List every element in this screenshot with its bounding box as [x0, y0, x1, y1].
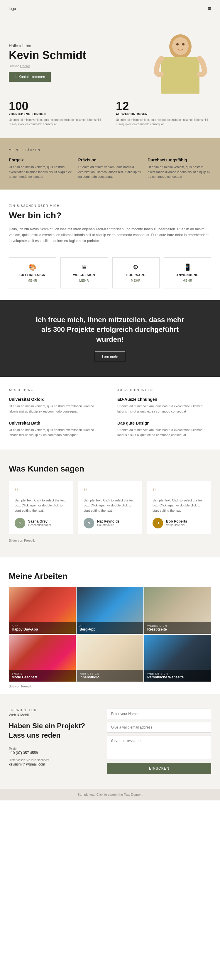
portfolio-overlay-5: WEB·DE·SIGN Persönliche Webseite: [144, 670, 211, 682]
testimonials-credit: Bilder von Freepik: [9, 539, 211, 542]
contact-submit-button[interactable]: EINSCKEN: [107, 763, 211, 774]
portfolio-category-3: SHOPS: [12, 672, 73, 675]
stat-item-1: 12 AUSZEICHNUNGEN Ut enim ad minim venia…: [116, 99, 211, 126]
author-name-0: Sasha Grey: [28, 519, 51, 523]
contact-email-value: kevinsmith@gmail.com: [9, 762, 95, 767]
contact-email-label: Hinterlassen Sie Ihre Nachricht: [9, 759, 95, 762]
footer: Sample text. Click to search the Text El…: [0, 789, 220, 800]
service-card-3: 📱 ANWENDUNG MEHR: [164, 257, 211, 288]
portfolio-name-3: Mode Geschäft: [12, 675, 73, 679]
service-more-2[interactable]: MEHR: [117, 279, 155, 282]
contact-email-info: Hinterlassen Sie Ihre Nachricht kevinsmi…: [9, 759, 95, 767]
edu-title-0: Universität Oxford: [9, 397, 103, 402]
author-role-0: Geschäftsinhaber: [28, 523, 51, 527]
testimonials-section: Was Kunden sagen " Sample Text. Click to…: [0, 450, 220, 557]
stat-label-1: AUSZEICHNUNGEN: [116, 113, 211, 116]
nav-logo: logo: [9, 6, 16, 11]
contact-email-input[interactable]: [107, 722, 211, 733]
contact-cta-button[interactable]: In Kontakt kommen: [9, 72, 51, 82]
cta-dark-section: Ich freue mich, Ihnen mitzuteilen, dass …: [0, 300, 220, 377]
award-item-0: ED-Auszeichnungen Ut enim ad minim venia…: [117, 397, 211, 414]
portfolio-item-2[interactable]: WEBDE·SIGN Rezeptseite: [144, 587, 211, 634]
quote-icon-0: ": [15, 487, 67, 496]
quote-icon-2: ": [153, 487, 205, 496]
service-card-0: 🎨 GRAFIKDESIGN MEHR: [9, 257, 56, 288]
service-title-3: ANWENDUNG: [169, 274, 207, 277]
strengths-section: MEINE STÄRKEN Ehrgeiz Ut enim ad minim v…: [0, 138, 220, 189]
about-section: EIN BISSCHEN ÜBER MICH Wer bin ich? Hall…: [0, 189, 220, 255]
portfolio-item-0[interactable]: APP Happy Day-App: [9, 587, 76, 634]
about-title: Wer bin ich?: [9, 210, 211, 220]
edu-item-1: Universität Bath Ut enim ad minim veniam…: [9, 421, 103, 438]
hamburger-menu-icon[interactable]: ≡: [208, 5, 211, 12]
awards-column: AUSZEICHNUNGEN ED-Auszeichnungen Ut enim…: [117, 388, 211, 438]
service-title-1: WEB-DESIGN: [65, 274, 103, 277]
service-title-2: SOFTWARE: [117, 274, 155, 277]
portfolio-item-5[interactable]: WEB·DE·SIGN Persönliche Webseite: [144, 635, 211, 682]
contact-message-input[interactable]: [107, 736, 211, 759]
avatar-2: B: [153, 518, 163, 528]
author-info-1: Nat Reynolds Hauptmakler: [97, 519, 120, 527]
portfolio-overlay-1: APP Berg-App: [77, 622, 143, 634]
testimonial-author-0: S Sasha Grey Geschäftsinhaber: [15, 518, 67, 528]
portfolio-name-5: Persönliche Webseite: [147, 675, 208, 679]
hero-text: Hallo ich bin Kevin Schmidt Bild von Fre…: [9, 43, 150, 94]
svg-rect-1: [161, 57, 199, 94]
author-role-2: Verkaufsteinier: [166, 523, 187, 527]
services-section: 🎨 GRAFIKDESIGN MEHR 🖥 WEB-DESIGN MEHR ⚙ …: [0, 255, 220, 300]
testimonials-title: Was Kunden sagen: [9, 464, 211, 474]
svg-point-3: [176, 43, 179, 46]
hero-credit: Bild von Freepik: [9, 65, 150, 68]
portfolio-item-3[interactable]: SHOPS Mode Geschäft: [9, 635, 76, 682]
portfolio-name-4: Innenstudio: [80, 675, 140, 679]
stat-item-0: 100 ZUFRIEDENE KUNDEN Ut enim ad minim v…: [9, 99, 104, 126]
edu-desc-1: Ut enim ad minim veniam, quis nostrud ex…: [9, 428, 103, 438]
education-column: AUSBILDUNG Universität Oxford Ut enim ad…: [9, 388, 103, 438]
testimonial-card-2: " Sample Text. Click to select the text …: [147, 481, 211, 534]
service-more-1[interactable]: MEHR: [65, 279, 103, 282]
portfolio-title: Meine Arbeiten: [9, 571, 211, 581]
portfolio-grid: APP Happy Day-App APP Berg-App WEBDE·SIG…: [9, 587, 211, 682]
author-name-1: Nat Reynolds: [97, 519, 120, 523]
service-card-1: 🖥 WEB-DESIGN MEHR: [61, 257, 108, 288]
contact-name-input[interactable]: [107, 709, 211, 719]
service-title-0: GRAFIKDESIGN: [13, 274, 51, 277]
service-more-0[interactable]: MEHR: [13, 279, 51, 282]
strength-title-1: Präzision: [78, 158, 142, 162]
stat-desc-0: Ut enim ad minim veniam, quis nostrud ex…: [9, 118, 104, 126]
svg-point-2: [172, 37, 189, 55]
education-label: AUSBILDUNG: [9, 388, 103, 392]
edu-item-0: Universität Oxford Ut enim ad minim veni…: [9, 397, 103, 414]
cta-learn-more-button[interactable]: Lern mehr: [95, 352, 126, 362]
service-icon-0: 🎨: [13, 264, 51, 271]
portfolio-item-4[interactable]: WEB·DESIGN Innenstudio: [77, 635, 143, 682]
portfolio-credit: Bild von Freepik: [9, 684, 211, 688]
contact-phone-info: Telefon +10 (07) 357-4558: [9, 747, 95, 755]
edu-desc-0: Ut enim ad minim veniam, quis nostrud ex…: [9, 404, 103, 414]
testimonials-grid: " Sample Text. Click to select the text …: [9, 481, 211, 534]
testimonial-card-0: " Sample Text. Click to select the text …: [9, 481, 73, 534]
portfolio-category-4: WEB·DESIGN: [80, 672, 140, 675]
author-info-2: Bob Roberts Verkaufsteinier: [166, 519, 187, 527]
portfolio-item-1[interactable]: APP Berg-App: [77, 587, 143, 634]
navbar: logo ≡: [0, 0, 220, 18]
testimonial-text-1: Sample Text. Click to select the text bo…: [84, 498, 136, 514]
contact-phone-label: Telefon: [9, 747, 95, 750]
testimonial-card-1: " Sample Text. Click to select the text …: [78, 481, 142, 534]
service-card-2: ⚙ SOFTWARE MEHR: [112, 257, 159, 288]
strength-desc-2: Ut enim ad minim veniam, quis nostrud ex…: [148, 165, 211, 179]
award-title-0: ED-Auszeichnungen: [117, 397, 211, 402]
hero-subtitle: Hallo ich bin: [9, 43, 150, 48]
portfolio-name-2: Rezeptseite: [147, 627, 208, 632]
portfolio-category-2: WEBDE·SIGN: [147, 624, 208, 627]
service-more-3[interactable]: MEHR: [169, 279, 207, 282]
service-icon-1: 🖥: [65, 264, 103, 271]
stats-section: 100 ZUFRIEDENE KUNDEN Ut enim ad minim v…: [0, 94, 220, 138]
stat-number-0: 100: [9, 99, 104, 113]
education-grid: AUSBILDUNG Universität Oxford Ut enim ad…: [9, 388, 211, 438]
author-role-1: Hauptmakler: [97, 523, 120, 527]
award-item-1: Das gute Design Ut enim ad minim veniam,…: [117, 421, 211, 438]
award-desc-0: Ut enim ad minim veniam, quis nostrud ex…: [117, 404, 211, 414]
education-section: AUSBILDUNG Universität Oxford Ut enim ad…: [0, 377, 220, 449]
strength-item-2: Durchsetzungsfähig Ut enim ad minim veni…: [148, 158, 211, 179]
